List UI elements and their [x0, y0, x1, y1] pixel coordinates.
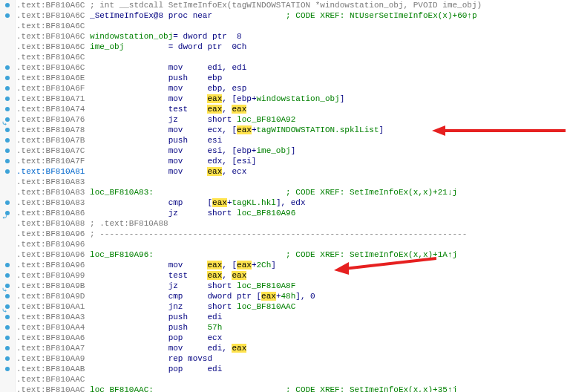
- breakpoint-dot[interactable]: [5, 65, 10, 70]
- breakpoint-dot[interactable]: [5, 200, 10, 205]
- breakpoint-dot[interactable]: [5, 273, 10, 278]
- code-token[interactable]: push: [90, 323, 207, 332]
- code-token[interactable]: cmp [: [90, 198, 212, 207]
- code-token[interactable]: push esi: [90, 136, 222, 145]
- address[interactable]: .text:BF810A6C: [16, 22, 85, 30]
- address[interactable]: .text:BF810AA4: [16, 323, 85, 332]
- code-token[interactable]: loc_BF810AAC: [237, 302, 295, 311]
- code-token[interactable]: eax: [232, 271, 246, 280]
- address[interactable]: .text:BF810A6C: [16, 1, 85, 10]
- code-token[interactable]: cmp dword ptr [: [90, 292, 261, 301]
- code-token[interactable]: 57h: [207, 323, 222, 332]
- address[interactable]: .text:BF810AA7: [16, 344, 85, 353]
- code-token[interactable]: 2Ch: [257, 261, 272, 270]
- code-token[interactable]: windowstation_obj: [257, 94, 340, 103]
- code-token[interactable]: , [: [222, 261, 237, 270]
- code-token[interactable]: rep movsd: [90, 354, 212, 363]
- code-token[interactable]: loc_BF810A96:: [90, 250, 154, 259]
- code-token[interactable]: loc_BF810A92: [237, 115, 295, 124]
- address[interactable]: .text:BF810A99: [16, 271, 85, 280]
- code-token[interactable]: ; CODE XREF: NtUserSetImeInfoEx(x)+60↑p: [212, 11, 476, 20]
- code-token[interactable]: mov edx, [esi]: [90, 157, 256, 166]
- code-token[interactable]: jz short: [90, 281, 237, 290]
- code-token[interactable]: loc_BF810A8F: [237, 281, 295, 290]
- code-token[interactable]: ;: [90, 229, 99, 238]
- code-token[interactable]: windowstation_obj: [90, 32, 173, 41]
- address[interactable]: .text:BF810AA6: [16, 333, 85, 342]
- address[interactable]: .text:BF810A96: [16, 229, 85, 238]
- code-token[interactable]: mov edi, edi: [90, 63, 246, 72]
- address[interactable]: .text:BF810A6C: [16, 11, 85, 20]
- address[interactable]: .text:BF810A7B: [16, 136, 85, 145]
- code-token[interactable]: mov ebp, esp: [90, 84, 246, 93]
- disassembly-listing[interactable]: .text:BF810A6C ; int __stdcall SetImeInf…: [16, 0, 482, 392]
- code-token[interactable]: 48h: [281, 292, 296, 301]
- address[interactable]: .text:BF810AA9: [16, 354, 85, 363]
- code-token[interactable]: mov ecx, [: [90, 125, 237, 134]
- code-token[interactable]: +: [252, 261, 257, 270]
- address[interactable]: .text:BF810AAC: [16, 375, 85, 384]
- address[interactable]: .text:BF810A7F: [16, 157, 85, 166]
- code-token[interactable]: ime_obj: [256, 146, 290, 155]
- code-token[interactable]: +: [276, 292, 281, 301]
- address[interactable]: .text:BF810AAB: [16, 365, 85, 373]
- code-token[interactable]: loc_BF810A83:: [90, 188, 154, 197]
- code-token[interactable]: eax: [207, 271, 222, 280]
- code-token[interactable]: pop ecx: [90, 333, 222, 342]
- breakpoint-dot[interactable]: [5, 169, 10, 174]
- code-token[interactable]: ----------------------------------------…: [99, 229, 467, 238]
- code-token[interactable]: +: [252, 125, 257, 134]
- code-token[interactable]: test: [90, 105, 207, 114]
- code-token[interactable]: ; CODE XREF: SetImeInfoEx(x,x)+21↓j: [154, 188, 457, 197]
- code-token[interactable]: eax: [232, 105, 246, 114]
- code-token[interactable]: mov: [90, 167, 207, 176]
- code-token[interactable]: ; CODE XREF: SetImeInfoEx(x,x)+1A↑j: [154, 250, 457, 259]
- code-token[interactable]: , ecx: [222, 167, 246, 176]
- address[interactable]: .text:BF810A9B: [16, 281, 85, 290]
- code-token[interactable]: eax: [207, 94, 222, 103]
- address[interactable]: .text:BF810A78: [16, 125, 85, 134]
- code-token[interactable]: push edi: [90, 313, 222, 321]
- breakpoint-dot[interactable]: [5, 86, 10, 91]
- breakpoint-dot[interactable]: [5, 159, 10, 163]
- breakpoint-dot[interactable]: [5, 325, 10, 330]
- address[interactable]: .text:BF810AA1: [16, 302, 85, 311]
- code-token[interactable]: ; int __stdcall SetImeInfoEx(tagWINDOWST…: [90, 1, 482, 10]
- code-token[interactable]: ,: [222, 271, 232, 280]
- breakpoint-dot[interactable]: [5, 76, 10, 80]
- code-token[interactable]: eax: [261, 292, 276, 301]
- breakpoint-dot[interactable]: [5, 336, 10, 340]
- address[interactable]: .text:BF810AAC: [16, 385, 85, 392]
- code-token[interactable]: jz short: [90, 209, 237, 218]
- address[interactable]: .text:BF810A6C: [16, 53, 85, 62]
- breakpoint-dot[interactable]: [5, 13, 10, 18]
- code-token[interactable]: eax: [232, 344, 246, 353]
- address[interactable]: .text:BF810A86: [16, 209, 85, 218]
- code-token[interactable]: eax: [237, 125, 252, 134]
- address[interactable]: .text:BF810A81: [16, 167, 85, 176]
- address[interactable]: .text:BF810A6C: [16, 32, 85, 41]
- address[interactable]: .text:BF810A83: [16, 188, 85, 197]
- breakpoint-dot[interactable]: [5, 107, 10, 111]
- code-token[interactable]: jz short: [90, 115, 237, 124]
- code-token[interactable]: ], edx: [276, 198, 306, 207]
- code-token[interactable]: ]: [340, 94, 345, 103]
- code-token[interactable]: tagKL.hkl: [232, 198, 275, 207]
- address[interactable]: .text:BF810A96: [16, 261, 85, 270]
- address[interactable]: .text:BF810AA3: [16, 313, 85, 321]
- address[interactable]: .text:BF810A74: [16, 105, 85, 114]
- code-token[interactable]: pop edi: [90, 365, 222, 373]
- breakpoint-dot[interactable]: [5, 263, 10, 267]
- breakpoint-dot[interactable]: [5, 148, 10, 153]
- breakpoint-dot[interactable]: [5, 3, 10, 7]
- code-token[interactable]: ]: [379, 125, 384, 134]
- breakpoint-dot[interactable]: [5, 138, 10, 143]
- code-token[interactable]: ; CODE XREF: SetImeInfoEx(x,x)+35↑j: [154, 385, 457, 392]
- address[interactable]: .text:BF810A96: [16, 240, 85, 249]
- code-token[interactable]: eax: [207, 261, 222, 270]
- code-token[interactable]: proc near: [168, 11, 212, 20]
- code-token[interactable]: ], 0: [295, 292, 315, 301]
- code-token[interactable]: jnz short: [90, 302, 237, 311]
- breakpoint-dot[interactable]: [5, 367, 10, 371]
- code-token[interactable]: eax: [212, 198, 227, 207]
